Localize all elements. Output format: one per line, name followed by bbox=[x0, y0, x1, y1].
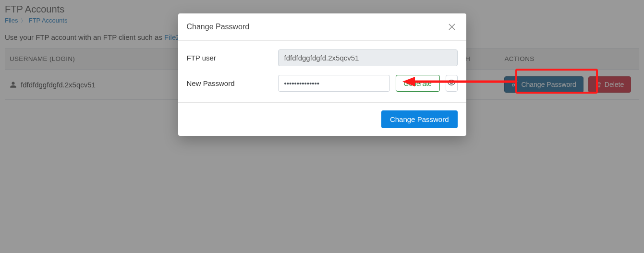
modal-footer: Change Password bbox=[178, 102, 466, 136]
ftp-user-field bbox=[278, 49, 458, 66]
new-password-field[interactable] bbox=[278, 75, 390, 92]
modal-title: Change Password bbox=[187, 23, 250, 31]
svg-point-1 bbox=[450, 82, 453, 84]
generate-button[interactable]: Generate bbox=[396, 75, 440, 92]
change-password-modal: Change Password FTP user New Password Ge… bbox=[178, 13, 466, 136]
submit-change-password-button[interactable]: Change Password bbox=[381, 110, 458, 128]
modal-body: FTP user New Password Generate bbox=[178, 41, 466, 102]
modal-header: Change Password bbox=[178, 13, 466, 41]
toggle-visibility-button[interactable] bbox=[446, 75, 458, 92]
ftp-user-label: FTP user bbox=[187, 54, 278, 62]
new-password-label: New Password bbox=[187, 79, 278, 87]
close-icon[interactable] bbox=[446, 21, 458, 33]
eye-icon bbox=[447, 78, 456, 88]
